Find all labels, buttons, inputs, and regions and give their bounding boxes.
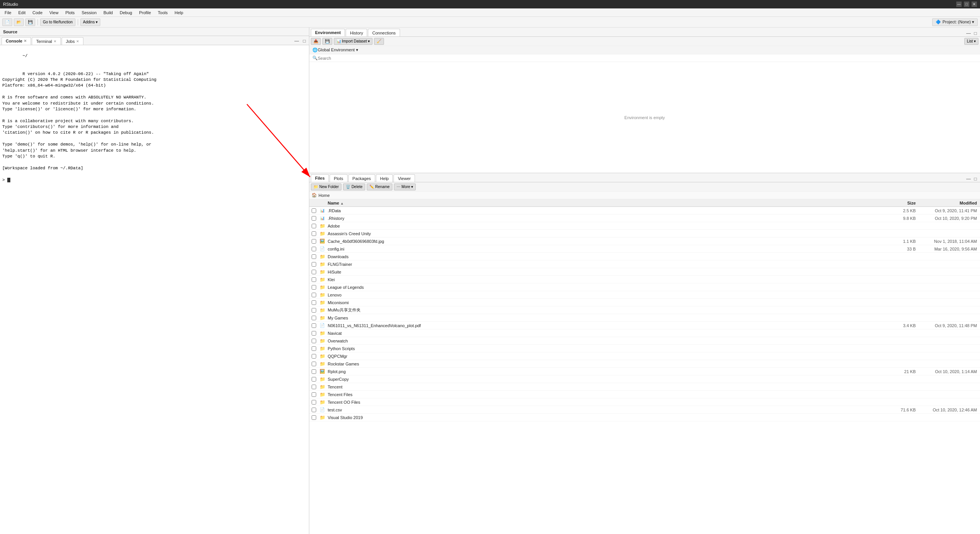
- checkbox-input[interactable]: [312, 385, 316, 389]
- file-checkbox[interactable]: [309, 293, 318, 297]
- file-name[interactable]: My Games: [326, 316, 888, 320]
- checkbox-input[interactable]: [312, 392, 316, 397]
- file-checkbox[interactable]: [309, 346, 318, 351]
- tab-terminal[interactable]: Terminal✕: [32, 37, 61, 45]
- file-checkbox[interactable]: [309, 270, 318, 274]
- file-checkbox[interactable]: [309, 277, 318, 282]
- close-button[interactable]: ✕: [972, 2, 977, 7]
- tab-history[interactable]: History: [346, 29, 367, 36]
- file-name[interactable]: HiSuite: [326, 270, 888, 274]
- file-name[interactable]: Assassin's Creed Unity: [326, 231, 888, 236]
- addins-button[interactable]: Addins ▾: [80, 18, 100, 26]
- file-checkbox[interactable]: [309, 316, 318, 320]
- tab-console[interactable]: Console✕: [2, 37, 31, 45]
- table-row[interactable]: 📁 Tencent OO Files: [309, 398, 980, 406]
- checkbox-input[interactable]: [312, 293, 316, 297]
- header-modified[interactable]: Modified: [919, 201, 980, 205]
- env-load-button[interactable]: 📥: [311, 38, 321, 45]
- file-name[interactable]: Navicat: [326, 331, 888, 336]
- save-button[interactable]: 💾: [25, 18, 35, 26]
- new-folder-button[interactable]: 📁 New Folder: [311, 183, 341, 190]
- table-row[interactable]: 📁 Downloads: [309, 253, 980, 260]
- checkbox-input[interactable]: [312, 247, 316, 251]
- table-row[interactable]: 📁 QQPCMgr: [309, 352, 980, 360]
- rename-file-button[interactable]: ✏️ Rename: [367, 183, 392, 190]
- file-checkbox[interactable]: [309, 216, 318, 221]
- menu-tools[interactable]: Tools: [155, 10, 171, 16]
- table-row[interactable]: 📁 FLNGTrainer: [309, 260, 980, 268]
- file-name[interactable]: Visual Studio 2019: [326, 415, 888, 420]
- file-name[interactable]: .RData: [326, 208, 888, 213]
- table-row[interactable]: 📁 HiSuite: [309, 268, 980, 276]
- file-name[interactable]: Adobe: [326, 224, 888, 228]
- env-search-input[interactable]: [318, 56, 977, 61]
- file-checkbox[interactable]: [309, 385, 318, 389]
- file-checkbox[interactable]: [309, 339, 318, 343]
- list-view-button[interactable]: List ▾: [964, 38, 978, 45]
- tab-viewer[interactable]: Viewer: [394, 174, 415, 182]
- menu-code[interactable]: Code: [29, 10, 46, 16]
- tab-jobs[interactable]: Jobs✕: [62, 37, 83, 45]
- clear-env-button[interactable]: 🧹: [374, 38, 384, 45]
- file-checkbox[interactable]: [309, 247, 318, 251]
- table-row[interactable]: 📁 Rockstar Games: [309, 360, 980, 368]
- menu-debug[interactable]: Debug: [117, 10, 135, 16]
- file-checkbox[interactable]: [309, 323, 318, 328]
- breadcrumb-home[interactable]: Home: [318, 193, 330, 198]
- file-name[interactable]: Python Scripts: [326, 346, 888, 351]
- files-minimize-button[interactable]: —: [965, 176, 972, 182]
- file-name[interactable]: N061011_vs_N61311_EnhancedVolcano_plot.p…: [326, 323, 888, 328]
- table-row[interactable]: 📁 MuMu共享文件夹: [309, 306, 980, 314]
- checkbox-input[interactable]: [312, 270, 316, 274]
- menu-help[interactable]: Help: [172, 10, 186, 16]
- file-checkbox[interactable]: [309, 285, 318, 290]
- checkbox-input[interactable]: [312, 354, 316, 359]
- file-checkbox[interactable]: [309, 362, 318, 366]
- table-row[interactable]: 📄 N061011_vs_N61311_EnhancedVolcano_plot…: [309, 322, 980, 329]
- file-checkbox[interactable]: [309, 415, 318, 420]
- file-checkbox[interactable]: [309, 377, 318, 382]
- file-checkbox[interactable]: [309, 308, 318, 313]
- more-button[interactable]: ⋯ More ▾: [394, 183, 416, 190]
- menu-view[interactable]: View: [46, 10, 62, 16]
- table-row[interactable]: 📁 League of Legends: [309, 283, 980, 291]
- file-checkbox[interactable]: [309, 231, 318, 236]
- checkbox-input[interactable]: [312, 308, 316, 313]
- table-row[interactable]: 📁 Tencent: [309, 383, 980, 391]
- menu-build[interactable]: Build: [100, 10, 116, 16]
- checkbox-input[interactable]: [312, 239, 316, 244]
- file-checkbox[interactable]: [309, 400, 318, 405]
- checkbox-input[interactable]: [312, 300, 316, 305]
- file-name[interactable]: League of Legends: [326, 285, 888, 290]
- checkbox-input[interactable]: [312, 346, 316, 351]
- table-row[interactable]: 📁 Navicat: [309, 329, 980, 337]
- checkbox-input[interactable]: [312, 339, 316, 343]
- checkbox-input[interactable]: [312, 231, 316, 236]
- menu-file[interactable]: File: [2, 10, 15, 16]
- tab-environment[interactable]: Environment: [311, 29, 345, 36]
- table-row[interactable]: 📁 My Games: [309, 314, 980, 322]
- table-row[interactable]: 📊 .Rhistory 9.8 KB Oct 10, 2020, 9:20 PM: [309, 215, 980, 222]
- checkbox-input[interactable]: [312, 323, 316, 328]
- file-checkbox[interactable]: [309, 224, 318, 228]
- file-name[interactable]: Rockstar Games: [326, 362, 888, 366]
- table-row[interactable]: 📁 Lenovo: [309, 291, 980, 299]
- file-name[interactable]: QQPCMgr: [326, 354, 888, 359]
- table-row[interactable]: 📁 Adobe: [309, 222, 980, 230]
- minimize-button[interactable]: —: [956, 2, 962, 7]
- checkbox-input[interactable]: [312, 277, 316, 282]
- file-checkbox[interactable]: [309, 354, 318, 359]
- new-file-button[interactable]: 📄: [2, 18, 12, 26]
- table-row[interactable]: 📁 Visual Studio 2019: [309, 414, 980, 421]
- files-maximize-button[interactable]: □: [972, 176, 978, 182]
- file-checkbox[interactable]: [309, 262, 318, 267]
- file-name[interactable]: test.csv: [326, 408, 888, 412]
- file-checkbox[interactable]: [309, 392, 318, 397]
- tab-packages[interactable]: Packages: [348, 174, 375, 182]
- checkbox-input[interactable]: [312, 377, 316, 382]
- goto-file-button[interactable]: Go to file/function: [40, 18, 75, 26]
- file-name[interactable]: Overwatch: [326, 339, 888, 343]
- header-name[interactable]: Name ▲: [326, 201, 888, 205]
- file-name[interactable]: Tencent: [326, 385, 888, 389]
- table-row[interactable]: 🖼️ Rplot.png 21 KB Oct 10, 2020, 1:14 AM: [309, 368, 980, 375]
